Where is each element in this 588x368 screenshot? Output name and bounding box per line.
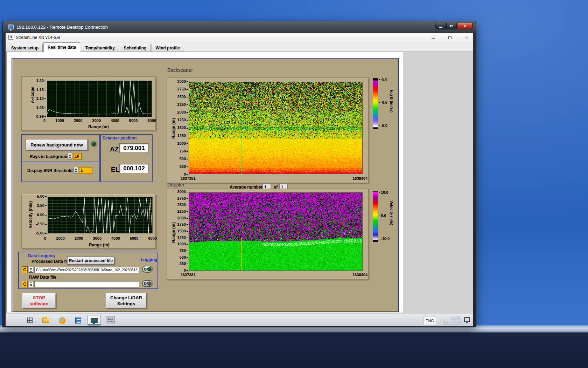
taskbar-streamline-app-button[interactable] bbox=[88, 315, 101, 326]
tab-system-setup[interactable]: System setup bbox=[7, 44, 43, 52]
rdp-window-title: 192.168.0.122 - Remote Desktop Connectio… bbox=[16, 25, 108, 30]
toggle-knob-on bbox=[147, 267, 152, 271]
drive-letter: C bbox=[23, 267, 26, 272]
doppler-heatmap-canvas bbox=[189, 193, 362, 270]
tick-label: 3000 bbox=[177, 80, 188, 83]
tab-temp-humidity[interactable]: Temp/humidity bbox=[81, 44, 119, 52]
snr-value-field[interactable]: 1 bbox=[79, 167, 92, 174]
tab-real-time-data[interactable]: Real time data bbox=[43, 42, 80, 52]
doppler-y-ticks: 3000275025002250200017501500125010007505… bbox=[175, 190, 188, 272]
backscatter-y-ticks: 3000275025002250200017501500125010007505… bbox=[175, 80, 188, 176]
tick-label: 500 bbox=[180, 157, 188, 161]
tick-label: 2000 bbox=[177, 110, 188, 114]
restart-processed-file-button[interactable]: Restart processed file bbox=[67, 257, 114, 265]
taskbar-scan-scheduler-button[interactable]: Scan Sched bbox=[104, 315, 117, 326]
tick-label: 4000 bbox=[111, 237, 120, 240]
tick-label: 1.10 bbox=[36, 97, 46, 101]
labview-vi-icon bbox=[8, 35, 13, 40]
tick-label: 1750 bbox=[177, 118, 188, 122]
tick-label: 10.0 bbox=[379, 191, 390, 195]
tab-scheduling[interactable]: Scheduling bbox=[120, 44, 151, 52]
raw-browse-icon[interactable] bbox=[29, 281, 33, 287]
app-close-button[interactable]: ✕ bbox=[463, 35, 470, 40]
data-logging-box: Data Logging Processed Data file Restart… bbox=[18, 252, 158, 289]
ascope-y-ticks: 1.201.151.101.050.99 bbox=[33, 79, 46, 118]
restart-processed-file-label: Restart processed file bbox=[69, 258, 113, 263]
stop-software-button[interactable]: STOP software bbox=[22, 293, 56, 308]
tick-label: 1250 bbox=[177, 134, 188, 138]
language-indicator[interactable]: ENG bbox=[424, 316, 436, 325]
tick-label: 4000 bbox=[111, 119, 119, 123]
doppler-colorbar-label: Velocity (m/s) bbox=[390, 200, 394, 225]
scanner-position-box: Scanner position AZ 079.001 EL 000.102 bbox=[100, 134, 153, 182]
backscatter-x-end: 1638404 bbox=[352, 176, 368, 180]
el-value: 000.102 bbox=[123, 165, 145, 172]
notification-bubble-icon[interactable] bbox=[464, 317, 470, 322]
remote-desktop-icon bbox=[8, 25, 14, 29]
tick-label: 1250 bbox=[177, 236, 188, 240]
backscatter-title: Backscatter bbox=[167, 67, 193, 73]
taskbar-notes-app-button[interactable] bbox=[71, 315, 85, 326]
processed-path-field[interactable]: C:\Lidar\Data\Proc\2023\202308\20230813\… bbox=[34, 267, 139, 273]
raw-logging-toggle[interactable]: OFF bbox=[142, 280, 153, 287]
rays-spinner[interactable] bbox=[68, 153, 72, 160]
taskbar-task-view-button[interactable] bbox=[23, 315, 36, 326]
rdp-titlebar[interactable]: 192.168.0.122 - Remote Desktop Connectio… bbox=[3, 21, 476, 33]
velocity-y-ticks: 5.002.500.00-2.50-5.00 bbox=[33, 195, 47, 235]
tick-label: 6000 bbox=[148, 237, 156, 240]
app-minimize-button[interactable] bbox=[429, 35, 437, 40]
tab-label: System setup bbox=[11, 46, 38, 50]
blue-document-icon bbox=[75, 318, 81, 323]
change-lidar-settings-button[interactable]: Change LiDAR Settings bbox=[106, 293, 147, 308]
taskbar-file-explorer-button[interactable] bbox=[39, 315, 52, 326]
firefox-icon bbox=[59, 317, 65, 324]
tick-label: -8.0 bbox=[379, 124, 387, 128]
average-number-value: 1 bbox=[264, 185, 266, 189]
tab-label: Scheduling bbox=[124, 46, 147, 50]
stop-line1: STOP bbox=[33, 295, 45, 301]
app-maximize-button[interactable] bbox=[446, 35, 454, 40]
processed-logging-toggle[interactable]: ON bbox=[142, 266, 153, 273]
tick-label: 0.00 bbox=[37, 213, 47, 217]
language-code: ENG bbox=[426, 319, 434, 323]
tick-label: 3000 bbox=[93, 237, 102, 240]
taskbar-firefox-button[interactable] bbox=[55, 315, 69, 326]
tick-label: 6000 bbox=[147, 119, 156, 123]
controls-divider bbox=[22, 162, 99, 162]
processed-drive-selector[interactable]: C bbox=[22, 266, 28, 273]
doppler-x-end: 1638404 bbox=[352, 273, 368, 277]
drive-letter: C bbox=[23, 282, 26, 287]
rdp-close-button[interactable]: ✕ bbox=[457, 23, 472, 29]
tick-label: 2.50 bbox=[37, 204, 47, 207]
rdp-maximize-button[interactable] bbox=[446, 23, 457, 29]
close-icon: ✕ bbox=[463, 23, 467, 29]
minimize-icon bbox=[432, 38, 435, 39]
rdp-minimize-button[interactable] bbox=[435, 23, 446, 29]
tick-label: 5000 bbox=[130, 237, 138, 240]
processed-browse-icon[interactable] bbox=[29, 267, 33, 273]
az-readout: 079.001 bbox=[119, 143, 149, 153]
maximize-icon bbox=[448, 36, 451, 39]
raw-path-field[interactable] bbox=[34, 281, 139, 287]
tick-label: 1500 bbox=[177, 126, 188, 130]
backscatter-colorbar-label: log B (/m/sr) bbox=[390, 90, 394, 113]
background-led-indicator bbox=[91, 141, 97, 147]
renew-background-label: Renew background now bbox=[30, 142, 83, 148]
app-titlebar[interactable]: StreamLine XR v14-6.vi ✕ bbox=[6, 33, 473, 42]
rays-value: 10 bbox=[75, 154, 79, 159]
tab-wind-profile[interactable]: Wind profile bbox=[152, 44, 184, 52]
tick-label: 1000 bbox=[56, 237, 64, 240]
renew-background-button[interactable]: Renew background now bbox=[26, 139, 88, 150]
tick-label: 2750 bbox=[177, 87, 188, 91]
doppler-colorbar bbox=[373, 191, 378, 242]
taskbar-clock[interactable]: 12:00 13/08/2023 bbox=[438, 315, 461, 326]
tick-label: 2500 bbox=[177, 203, 188, 207]
tick-label: 250 bbox=[180, 262, 188, 266]
snr-spinner[interactable] bbox=[74, 167, 78, 174]
tick-label: 1750 bbox=[177, 223, 188, 226]
tick-label: -2.50 bbox=[36, 222, 47, 226]
ascope-plot-canvas bbox=[47, 81, 152, 117]
az-label: AZ bbox=[110, 145, 119, 153]
rays-value-field[interactable]: 10 bbox=[73, 153, 82, 160]
raw-drive-selector[interactable]: C bbox=[22, 281, 28, 287]
